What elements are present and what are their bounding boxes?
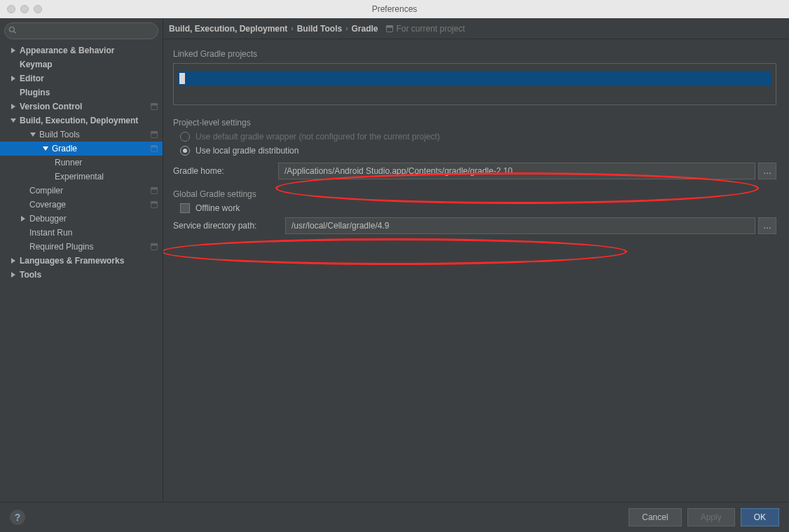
svg-rect-5 xyxy=(151,132,158,134)
linked-projects-label: Linked Gradle projects xyxy=(173,49,776,59)
project-icon xyxy=(150,186,158,195)
sidebar-item-label: Keymap xyxy=(20,60,53,69)
minimize-window-icon[interactable] xyxy=(20,5,29,13)
sidebar-item-label: Gradle xyxy=(52,144,77,154)
sidebar-item-label: Version Control xyxy=(20,102,82,111)
chevron-right-icon xyxy=(20,215,27,222)
sidebar-item-plugins[interactable]: Plugins xyxy=(0,86,163,100)
search-icon xyxy=(8,26,17,34)
sidebar-item-keymap[interactable]: Keymap xyxy=(0,57,163,71)
sidebar-item-experimental[interactable]: Experimental xyxy=(0,170,163,184)
settings-sidebar: Appearance & BehaviorKeymapEditorPlugins… xyxy=(0,18,163,502)
sidebar-item-runner[interactable]: Runner xyxy=(0,156,163,170)
gradle-home-input[interactable] xyxy=(278,163,755,179)
ok-button[interactable]: OK xyxy=(741,508,779,526)
project-icon xyxy=(150,102,158,111)
edit-cursor-icon xyxy=(179,73,185,84)
sidebar-item-tools[interactable]: Tools xyxy=(0,268,163,282)
breadcrumb-scope: For current project xyxy=(385,24,465,34)
chevron-down-icon xyxy=(10,117,17,124)
project-icon xyxy=(150,243,158,251)
svg-rect-7 xyxy=(151,146,158,148)
ellipsis-icon: … xyxy=(763,221,771,231)
sidebar-item-label: Required Plugins xyxy=(29,242,93,252)
annotation-service-directory xyxy=(163,238,627,265)
breadcrumb: Build, Execution, Deployment › Build Too… xyxy=(163,18,789,39)
sidebar-item-appearance-behavior[interactable]: Appearance & Behavior xyxy=(0,43,163,57)
breadcrumb-item[interactable]: Build Tools xyxy=(297,24,342,34)
linked-project-row[interactable] xyxy=(178,71,771,86)
sidebar-item-compiler[interactable]: Compiler xyxy=(0,184,163,198)
offline-work-checkbox[interactable] xyxy=(180,203,190,213)
settings-content: Linked Gradle projects Project-level set… xyxy=(163,39,789,502)
search-input[interactable] xyxy=(4,22,158,39)
project-icon xyxy=(150,200,158,209)
sidebar-item-required-plugins[interactable]: Required Plugins xyxy=(0,240,163,254)
chevron-right-icon xyxy=(10,103,17,110)
sidebar-item-build-tools[interactable]: Build Tools xyxy=(0,128,163,142)
chevron-right-icon xyxy=(10,271,17,278)
offline-work-label: Offline work xyxy=(195,203,240,213)
sidebar-item-label: Compiler xyxy=(29,186,63,196)
svg-rect-3 xyxy=(151,104,158,106)
chevron-down-icon xyxy=(42,145,49,152)
ellipsis-icon: … xyxy=(763,166,771,176)
sidebar-item-instant-run[interactable]: Instant Run xyxy=(0,226,163,240)
help-icon: ? xyxy=(15,512,21,523)
gradle-home-label: Gradle home: xyxy=(173,166,278,176)
sidebar-item-build-execution-deployment[interactable]: Build, Execution, Deployment xyxy=(0,114,163,128)
use-default-wrapper-label: Use default gradle wrapper (not configur… xyxy=(195,132,440,142)
sidebar-item-label: Build, Execution, Deployment xyxy=(20,116,138,125)
chevron-right-icon xyxy=(10,257,17,264)
svg-rect-13 xyxy=(151,244,158,246)
sidebar-item-label: Appearance & Behavior xyxy=(20,46,114,55)
sidebar-item-label: Coverage xyxy=(29,200,66,210)
sidebar-item-label: Tools xyxy=(20,270,41,280)
apply-button[interactable]: Apply xyxy=(687,508,735,526)
window-controls xyxy=(7,5,42,13)
help-button[interactable]: ? xyxy=(10,510,25,525)
browse-service-directory-button[interactable]: … xyxy=(758,217,776,234)
svg-rect-15 xyxy=(386,25,392,27)
chevron-right-icon: › xyxy=(345,25,348,32)
zoom-window-icon[interactable] xyxy=(34,5,42,13)
svg-rect-9 xyxy=(151,188,158,190)
project-icon xyxy=(150,130,158,139)
chevron-down-icon xyxy=(29,131,36,138)
browse-gradle-home-button[interactable]: … xyxy=(758,163,776,179)
svg-line-1 xyxy=(14,32,16,34)
chevron-right-icon: › xyxy=(291,25,293,32)
titlebar: Preferences xyxy=(0,0,789,18)
breadcrumb-item[interactable]: Build, Execution, Deployment xyxy=(169,24,287,34)
sidebar-item-debugger[interactable]: Debugger xyxy=(0,212,163,226)
sidebar-item-label: Editor xyxy=(20,74,44,83)
sidebar-item-version-control[interactable]: Version Control xyxy=(0,100,163,114)
dialog-footer: ? Cancel Apply OK xyxy=(0,502,789,532)
use-local-distribution-radio[interactable] xyxy=(180,146,190,156)
sidebar-item-gradle[interactable]: Gradle xyxy=(0,142,163,156)
use-default-wrapper-radio[interactable] xyxy=(180,132,190,142)
sidebar-item-coverage[interactable]: Coverage xyxy=(0,198,163,212)
sidebar-item-label: Debugger xyxy=(29,214,67,224)
cancel-button[interactable]: Cancel xyxy=(629,508,681,526)
sidebar-item-label: Build Tools xyxy=(39,130,80,139)
sidebar-item-label: Instant Run xyxy=(29,228,72,238)
project-settings-label: Project-level settings xyxy=(173,118,776,128)
sidebar-item-languages-frameworks[interactable]: Languages & Frameworks xyxy=(0,254,163,268)
sidebar-item-editor[interactable]: Editor xyxy=(0,71,163,86)
sidebar-item-label: Languages & Frameworks xyxy=(20,256,124,266)
project-icon xyxy=(150,144,158,153)
service-directory-input[interactable] xyxy=(285,217,755,234)
main-panel: Build, Execution, Deployment › Build Too… xyxy=(163,18,789,502)
service-directory-label: Service directory path: xyxy=(173,221,285,231)
breadcrumb-item: Gradle xyxy=(351,24,378,34)
chevron-right-icon xyxy=(10,47,17,54)
linked-projects-list[interactable] xyxy=(173,63,776,105)
project-icon xyxy=(385,25,394,33)
svg-point-0 xyxy=(10,27,15,32)
chevron-right-icon xyxy=(10,75,17,82)
sidebar-item-label: Plugins xyxy=(20,88,50,97)
global-settings-label: Global Gradle settings xyxy=(173,189,776,199)
sidebar-item-label: Runner xyxy=(55,158,82,168)
close-window-icon[interactable] xyxy=(7,5,15,13)
